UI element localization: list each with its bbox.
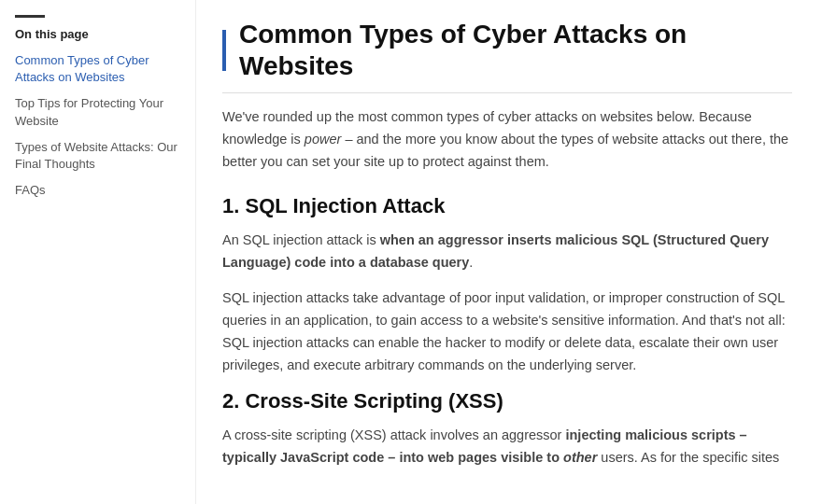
section2-title: 2. Cross-Site Scripting (XSS) (222, 389, 792, 413)
sidebar-label: On this page (15, 27, 180, 41)
sidebar-item-faqs[interactable]: FAQs (15, 182, 180, 199)
italic-word: power (305, 132, 342, 147)
page-title-container: Common Types of Cyber Attacks on Website… (222, 19, 792, 81)
sidebar-top-line (15, 15, 45, 18)
title-divider (222, 92, 792, 93)
section1-para2: SQL injection attacks take advantage of … (222, 287, 792, 377)
section1-para1: An SQL injection attack is when an aggre… (222, 230, 792, 274)
section1-title: 1. SQL Injection Attack (222, 194, 792, 218)
main-content: Common Types of Cyber Attacks on Website… (196, 0, 822, 504)
sidebar-item-top-tips[interactable]: Top Tips for Protecting Your Website (15, 95, 180, 129)
page-title: Common Types of Cyber Attacks on Website… (239, 19, 792, 81)
section2-italic-word: other (563, 450, 597, 465)
section1-bold-text: when an aggressor inserts malicious SQL … (222, 232, 769, 270)
section2-bold-text: injecting malicious scripts – typically … (222, 427, 747, 465)
sidebar-link-common-types[interactable]: Common Types of Cyber Attacks on Website… (15, 53, 149, 84)
sidebar-item-common-types[interactable]: Common Types of Cyber Attacks on Website… (15, 52, 180, 86)
intro-paragraph: We've rounded up the most common types o… (222, 106, 792, 174)
sidebar-item-final-thoughts[interactable]: Types of Website Attacks: Our Final Thou… (15, 139, 180, 173)
title-accent-bar (222, 30, 226, 71)
section2-para1: A cross-site scripting (XSS) attack invo… (222, 425, 792, 469)
sidebar: On this page Common Types of Cyber Attac… (0, 0, 196, 504)
